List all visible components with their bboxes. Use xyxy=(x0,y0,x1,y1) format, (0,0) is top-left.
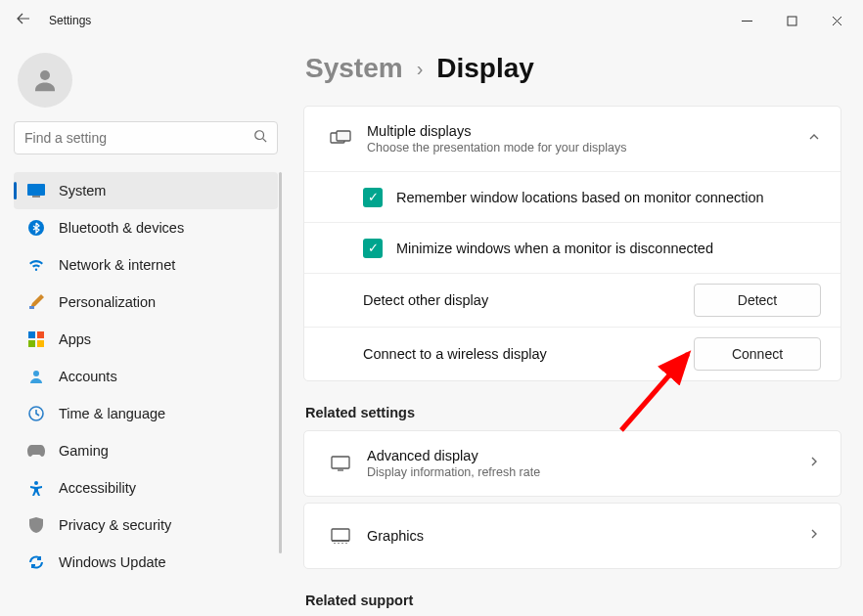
card-subtitle: Display information, refresh rate xyxy=(367,465,807,479)
clock-icon xyxy=(27,405,45,422)
close-button[interactable] xyxy=(814,6,859,35)
monitor-icon xyxy=(324,456,357,471)
nav-update[interactable]: Windows Update xyxy=(14,544,278,581)
nav-privacy[interactable]: Privacy & security xyxy=(14,506,278,544)
minimize-button[interactable] xyxy=(724,6,769,35)
search-input[interactable] xyxy=(24,130,253,146)
breadcrumb-parent[interactable]: System xyxy=(305,53,403,84)
chevron-right-icon xyxy=(807,527,821,545)
svg-rect-4 xyxy=(32,196,40,198)
multiple-displays-header[interactable]: Multiple displays Choose the presentatio… xyxy=(304,107,840,171)
apps-icon xyxy=(27,330,45,348)
bluetooth-icon xyxy=(27,219,45,237)
nav-label: Windows Update xyxy=(59,554,166,570)
row-label: Detect other display xyxy=(363,292,488,308)
card-subtitle: Choose the presentation mode for your di… xyxy=(367,141,807,154)
displays-icon xyxy=(324,130,357,148)
remember-locations-option[interactable]: ✓ Remember window locations based on mon… xyxy=(304,171,840,222)
search-icon xyxy=(253,129,267,147)
system-icon xyxy=(27,182,45,199)
svg-rect-8 xyxy=(37,331,44,338)
window-title: Settings xyxy=(49,14,91,27)
nav-personalization[interactable]: Personalization xyxy=(14,284,278,321)
connect-button[interactable]: Connect xyxy=(694,337,821,371)
svg-point-2 xyxy=(255,131,264,140)
chevron-up-icon xyxy=(807,130,821,148)
svg-rect-3 xyxy=(27,184,45,196)
brush-icon xyxy=(27,293,45,311)
titlebar: Settings xyxy=(0,0,863,41)
main-content: System › Display Multiple displays Choos… xyxy=(292,41,863,616)
nav-accounts[interactable]: Accounts xyxy=(14,358,278,395)
svg-rect-9 xyxy=(28,340,35,347)
gamepad-icon xyxy=(27,442,45,460)
chevron-right-icon xyxy=(807,455,821,472)
wireless-display-row: Connect to a wireless display Connect xyxy=(304,327,840,380)
checkbox-checked-icon[interactable]: ✓ xyxy=(363,188,383,207)
wifi-icon xyxy=(27,256,45,274)
avatar[interactable] xyxy=(18,53,72,108)
multiple-displays-card: Multiple displays Choose the presentatio… xyxy=(303,106,841,381)
svg-rect-10 xyxy=(37,340,44,347)
minimize-disconnect-option[interactable]: ✓ Minimize windows when a monitor is dis… xyxy=(304,222,840,273)
svg-point-11 xyxy=(33,371,39,376)
nav-system[interactable]: System xyxy=(14,172,278,209)
option-label: Minimize windows when a monitor is disco… xyxy=(396,241,713,256)
nav-list: System Bluetooth & devices Network & int… xyxy=(14,172,278,581)
nav-network[interactable]: Network & internet xyxy=(14,246,278,284)
shield-icon xyxy=(27,516,45,534)
svg-rect-7 xyxy=(28,331,35,338)
person-icon xyxy=(27,368,45,385)
card-title: Graphics xyxy=(367,528,807,544)
advanced-display-card[interactable]: Advanced display Display information, re… xyxy=(303,430,841,497)
update-icon xyxy=(27,553,45,571)
svg-rect-6 xyxy=(29,306,34,309)
card-title: Multiple displays xyxy=(367,123,807,139)
detect-button[interactable]: Detect xyxy=(694,284,821,317)
row-label: Connect to a wireless display xyxy=(363,346,547,362)
card-title: Advanced display xyxy=(367,448,807,463)
maximize-button[interactable] xyxy=(769,6,814,35)
svg-point-13 xyxy=(34,481,38,485)
nav-label: Privacy & security xyxy=(59,517,171,533)
detect-display-row: Detect other display Detect xyxy=(304,273,840,327)
nav-gaming[interactable]: Gaming xyxy=(14,432,278,469)
nav-label: Accessibility xyxy=(59,480,136,496)
option-label: Remember window locations based on monit… xyxy=(396,190,764,205)
graphics-icon xyxy=(324,528,357,544)
nav-apps[interactable]: Apps xyxy=(14,321,278,358)
accessibility-icon xyxy=(27,479,45,497)
svg-rect-15 xyxy=(337,131,350,141)
sidebar: System Bluetooth & devices Network & int… xyxy=(0,41,292,616)
nav-label: System xyxy=(59,183,106,198)
breadcrumb: System › Display xyxy=(303,53,841,84)
search-box[interactable] xyxy=(14,121,278,154)
nav-time[interactable]: Time & language xyxy=(14,395,278,432)
svg-rect-0 xyxy=(788,17,796,25)
nav-bluetooth[interactable]: Bluetooth & devices xyxy=(14,209,278,246)
nav-label: Apps xyxy=(59,331,91,347)
nav-label: Time & language xyxy=(59,406,165,421)
graphics-card[interactable]: Graphics xyxy=(303,503,841,569)
nav-label: Bluetooth & devices xyxy=(59,220,184,236)
back-button[interactable] xyxy=(4,11,43,30)
breadcrumb-current: Display xyxy=(436,53,534,84)
nav-label: Network & internet xyxy=(59,257,175,273)
svg-point-1 xyxy=(40,70,50,80)
chevron-right-icon: › xyxy=(417,58,424,80)
nav-label: Personalization xyxy=(59,294,156,310)
checkbox-checked-icon[interactable]: ✓ xyxy=(363,239,383,258)
related-settings-heading: Related settings xyxy=(305,405,841,420)
svg-rect-17 xyxy=(332,529,349,541)
svg-rect-16 xyxy=(332,457,349,468)
nav-label: Gaming xyxy=(59,443,109,459)
nav-label: Accounts xyxy=(59,369,117,384)
nav-accessibility[interactable]: Accessibility xyxy=(14,469,278,506)
related-support-heading: Related support xyxy=(305,593,841,608)
